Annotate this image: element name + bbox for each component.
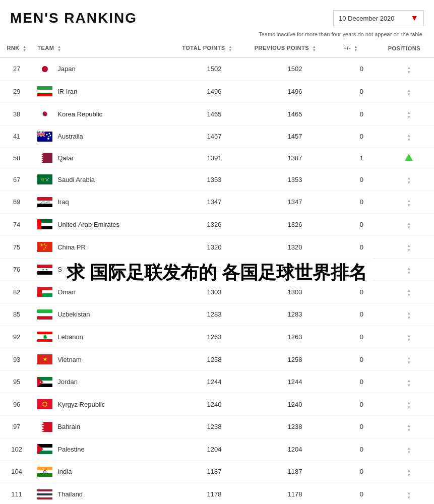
- position-neutral-icon: ▲▼: [407, 244, 411, 253]
- pos-indicator: ▲▼: [384, 258, 434, 281]
- pos-indicator: [384, 148, 434, 168]
- col-header-total[interactable]: TOTAL POINTS ▲▼: [178, 40, 251, 57]
- diff-cell: 0: [339, 191, 384, 214]
- prev-points: 1204: [251, 438, 340, 461]
- pos-indicator: ▲▼: [384, 416, 434, 438]
- diff-cell: 0: [339, 57, 384, 80]
- position-neutral-icon: ▲▼: [407, 111, 411, 120]
- prev-points: 1326: [251, 213, 340, 236]
- pos-indicator: ▲▼: [384, 438, 434, 461]
- diff-cell: 1: [339, 148, 384, 168]
- svg-rect-75: [37, 422, 41, 432]
- table-row: 82 Oman 1303 1303 0 ▲▼: [0, 281, 434, 303]
- team-name: Syria: [57, 266, 73, 273]
- col-header-prev[interactable]: PREVIOUS POINTS ▲▼: [251, 40, 340, 57]
- col-header-diff[interactable]: +/- ▲▼: [339, 40, 384, 57]
- table-row: 76 ★ ★ Syria 1313 1313 0 ▲▼: [0, 258, 434, 281]
- svg-text:🌲: 🌲: [42, 334, 48, 340]
- svg-rect-32: [37, 204, 52, 207]
- table-row: 69 الله أكبر Iraq 1347 1347 0 ▲▼: [0, 191, 434, 214]
- diff-cell: 0: [339, 168, 384, 191]
- flag-icon: 🌿⚔️: [37, 174, 52, 184]
- table-row: 38 Korea Republic 1465 1465 0 ▲▼: [0, 103, 434, 125]
- total-points: 1320: [178, 236, 251, 259]
- total-points: 1465: [178, 103, 251, 125]
- team-cell: 🌲 Lebanon: [33, 326, 178, 348]
- svg-rect-37: [37, 219, 41, 229]
- position-neutral-icon: ▲▼: [407, 469, 411, 478]
- info-text: Teams inactive for more than four years …: [0, 31, 434, 40]
- pos-indicator: ▲▼: [384, 168, 434, 191]
- total-points: 1457: [178, 125, 251, 148]
- team-name: Saudi Arabia: [57, 176, 95, 183]
- svg-rect-82: [37, 473, 52, 477]
- table-row: 67 🌿⚔️ Saudi Arabia 1353 1353 0 ▲▼: [0, 168, 434, 191]
- flag-icon: [37, 489, 52, 499]
- rank-cell: 97: [0, 416, 33, 438]
- svg-rect-80: [37, 467, 52, 470]
- flag-icon: ★: [37, 377, 52, 387]
- table-row: 102 Palestine 1204 1204 0 ▲▼: [0, 438, 434, 461]
- prev-points: 1303: [251, 281, 340, 303]
- rank-cell: 96: [0, 393, 33, 416]
- team-name: Qatar: [57, 154, 74, 162]
- svg-rect-6: [37, 93, 52, 93]
- rank-cell: 85: [0, 303, 33, 326]
- position-neutral-icon: ▲▼: [407, 89, 411, 98]
- rank-cell: 76: [0, 258, 33, 281]
- rank-cell: 41: [0, 125, 33, 148]
- svg-rect-59: [37, 339, 52, 342]
- col-header-rnk[interactable]: RNK ▲▼: [0, 40, 33, 57]
- svg-rect-53: [37, 313, 52, 316]
- diff-cell: 0: [339, 348, 384, 371]
- table-row: 85 Uzbekistan 1283 1283 0 ▲▼: [0, 303, 434, 326]
- team-name: Lebanon: [57, 333, 83, 341]
- prev-points: 1387: [251, 148, 340, 168]
- page-title: MEN'S RANKING: [10, 10, 137, 26]
- prev-points: 1320: [251, 236, 340, 259]
- team-cell: Australia: [33, 125, 178, 148]
- sort-icon-diff: ▲▼: [354, 45, 358, 52]
- team-cell: 🌿⚔️ Saudi Arabia: [33, 168, 178, 191]
- prev-points: 1178: [251, 483, 340, 504]
- total-points: 1244: [178, 370, 251, 393]
- pos-indicator: ▲▼: [384, 213, 434, 236]
- flag-icon: [37, 287, 52, 297]
- position-neutral-icon: ▲▼: [407, 356, 411, 365]
- prev-points: 1238: [251, 416, 340, 438]
- team-cell: ★ Vietnam: [33, 348, 178, 371]
- team-name: United Arab Emirates: [57, 221, 119, 228]
- pos-indicator: ▲▼: [384, 103, 434, 125]
- svg-rect-85: [37, 489, 52, 491]
- prev-points: 1457: [251, 125, 340, 148]
- prev-points: 1313: [251, 258, 340, 281]
- position-neutral-icon: ▲▼: [407, 199, 411, 208]
- svg-rect-56: [37, 316, 52, 317]
- rank-cell: 74: [0, 213, 33, 236]
- table-row: 97 Bahrain 1238 1238 0 ▲▼: [0, 416, 434, 438]
- svg-rect-57: [37, 309, 52, 313]
- date-selector[interactable]: 10 December 2020 ▼: [333, 10, 424, 26]
- diff-cell: 0: [339, 393, 384, 416]
- team-cell: ★ ★ ★ ★ ★ China PR: [33, 236, 178, 259]
- svg-point-1: [42, 66, 48, 72]
- pos-indicator: ▲▼: [384, 393, 434, 416]
- svg-rect-46: [37, 271, 52, 275]
- svg-text:🌿⚔️: 🌿⚔️: [40, 177, 49, 182]
- svg-rect-51: [37, 287, 42, 297]
- pos-indicator: ▲▼: [384, 80, 434, 103]
- pos-indicator: ▲▼: [384, 483, 434, 504]
- rank-cell: 27: [0, 57, 33, 80]
- diff-cell: 0: [339, 416, 384, 438]
- col-header-team[interactable]: TEAM ▲▼: [33, 40, 178, 57]
- ranking-table: RNK ▲▼ TEAM ▲▼ TOTAL POINTS ▲▼ PREVIOUS …: [0, 40, 434, 504]
- diff-cell: 0: [339, 80, 384, 103]
- svg-text:★ ★: ★ ★: [42, 268, 48, 271]
- team-name: IR Iran: [57, 88, 77, 95]
- team-cell: Korea Republic: [33, 103, 178, 125]
- total-points: 1326: [178, 213, 251, 236]
- position-neutral-icon: ▲▼: [407, 334, 411, 343]
- rank-cell: 69: [0, 191, 33, 214]
- flag-icon: 🌲: [37, 332, 52, 342]
- team-cell: Uzbekistan: [33, 303, 178, 326]
